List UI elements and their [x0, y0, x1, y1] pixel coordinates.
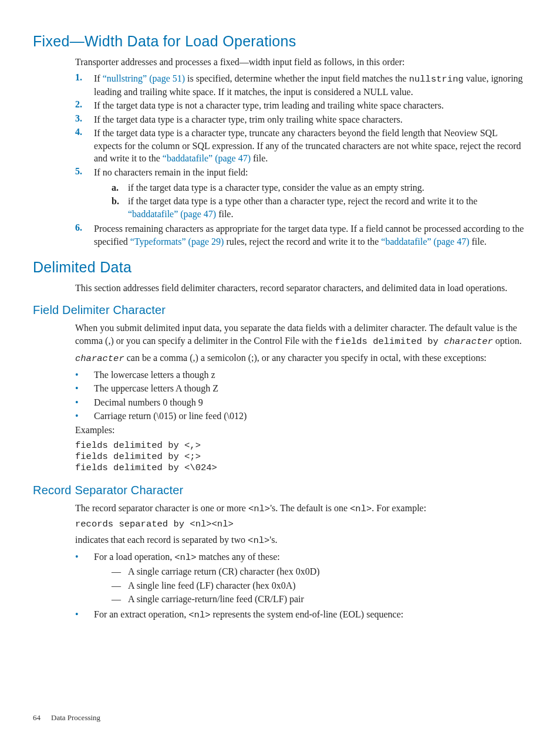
heading-delimited-data: Delimited Data [33, 259, 527, 276]
code-block: records separated by <nl><nl> [75, 519, 527, 530]
heading-field-delimiter: Field Delimiter Character [33, 303, 527, 317]
text-run: file. [216, 209, 233, 219]
intro-paragraph: Transporter addresses and processes a fi… [75, 56, 527, 69]
text-run: is specified, determine whether the inpu… [185, 73, 409, 83]
list-item: 6. Process remaining characters as appro… [75, 222, 527, 248]
text-run: The record separator character is one or… [75, 503, 248, 513]
list-item: •Decimal numbers 0 though 9 [75, 396, 527, 409]
list-item: 2. If the target data type is not a char… [75, 99, 527, 112]
dash-list: —A single carriage return (CR) character… [112, 565, 527, 606]
list-item: •The uppercase letters A though Z [75, 382, 527, 395]
list-number: 2. [75, 99, 94, 112]
bullet-icon: • [75, 410, 94, 423]
list-item: 4. If the target data type is a characte… [75, 127, 527, 165]
bullet-icon: • [75, 608, 94, 622]
list-number: 1. [75, 72, 94, 99]
text-run: file. [251, 153, 268, 163]
text-run: For an extract operation, [94, 609, 188, 619]
text-run: 's. [269, 535, 277, 545]
bullet-list: • For a load operation, <nl> matches any… [75, 551, 527, 622]
xref-typeformats[interactable]: “Typeformats” (page 29) [130, 237, 224, 247]
list-letter: a. [112, 181, 128, 194]
list-text: Carriage return (\015) or line feed (\01… [94, 410, 527, 423]
section-delimited-body: This section addresses field delimiter c… [75, 282, 527, 295]
list-text: A single carriage-return/line feed (CR/L… [128, 593, 527, 606]
list-item: 1. If “nullstring” (page 51) is specifie… [75, 72, 527, 99]
list-text: if the target data type is a character t… [128, 181, 527, 194]
code-inline: fields delimited by [335, 336, 444, 347]
list-number: 6. [75, 222, 94, 248]
code-inline-italic: character [444, 336, 493, 347]
text-run: For a load operation, [94, 552, 174, 562]
ordered-list: 1. If “nullstring” (page 51) is specifie… [75, 72, 527, 248]
list-text: Decimal numbers 0 though 9 [94, 396, 527, 409]
list-number: 5. [75, 166, 94, 221]
text-run: rules, reject the record and write it to… [224, 237, 381, 247]
list-text: For an extract operation, <nl> represent… [94, 608, 527, 622]
text-run: if the target data type is a type other … [128, 196, 477, 206]
section-field-delimiter-body: When you submit delimited input data, yo… [75, 322, 527, 474]
list-text: If the target data type is a character t… [94, 113, 527, 126]
list-item: • For an extract operation, <nl> represe… [75, 608, 527, 622]
list-text: If the target data type is not a charact… [94, 99, 527, 112]
page-footer: 64Data Processing [33, 713, 100, 723]
xref-nullstring[interactable]: “nullstring” (page 51) [103, 73, 185, 83]
code-inline: <nl> [188, 610, 210, 620]
xref-baddatafile[interactable]: “baddatafile” (page 47) [128, 209, 216, 219]
bullet-icon: • [75, 396, 94, 409]
text-run: represents the system end-of-line (EOL) … [211, 609, 404, 619]
list-text: A single line feed (LF) character (hex 0… [128, 579, 527, 592]
section-fixed-width-body: Transporter addresses and processes a fi… [75, 56, 527, 248]
heading-fixed-width: Fixed—Width Data for Load Operations [33, 33, 527, 50]
text-run: file. [469, 237, 486, 247]
ordered-list-alpha: a. if the target data type is a characte… [112, 181, 527, 221]
list-text: If the target data type is a character t… [94, 127, 527, 165]
paragraph: This section addresses field delimiter c… [75, 282, 527, 295]
xref-baddatafile[interactable]: “baddatafile” (page 47) [381, 237, 469, 247]
list-item: —A single carriage-return/line feed (CR/… [112, 593, 527, 606]
list-text: If no characters remain in the input fie… [94, 166, 527, 221]
code-inline: nullstring [409, 74, 464, 85]
list-text: The uppercase letters A though Z [94, 382, 527, 395]
list-number: 3. [75, 113, 94, 126]
bullet-icon: • [75, 551, 94, 607]
list-text: If “nullstring” (page 51) is specified, … [94, 72, 527, 99]
paragraph: indicates that each record is separated … [75, 534, 527, 547]
code-inline-italic: character [75, 353, 124, 364]
section-record-separator-body: The record separator character is one or… [75, 502, 527, 622]
paragraph: When you submit delimited input data, yo… [75, 322, 527, 348]
list-item: b. if the target data type is a type oth… [112, 195, 527, 220]
page: Fixed—Width Data for Load Operations Tra… [0, 0, 560, 746]
bullet-icon: • [75, 369, 94, 382]
list-item: —A single line feed (LF) character (hex … [112, 579, 527, 592]
list-item: •Carriage return (\015) or line feed (\0… [75, 410, 527, 423]
list-number: 4. [75, 127, 94, 165]
text-run: If the target data type is a character t… [94, 128, 521, 163]
bullet-icon: • [75, 382, 94, 395]
xref-baddatafile[interactable]: “baddatafile” (page 47) [163, 153, 251, 163]
dash-icon: — [112, 565, 128, 578]
bullet-list: •The lowercase letters a though z •The u… [75, 369, 527, 423]
code-inline: <nl> [248, 504, 270, 514]
list-text: A single carriage return (CR) character … [128, 565, 527, 578]
dash-icon: — [112, 593, 128, 606]
text-run: matches any of these: [197, 552, 280, 562]
code-block: fields delimited by <,> fields delimited… [75, 440, 527, 474]
chapter-title: Data Processing [51, 713, 100, 722]
paragraph: The record separator character is one or… [75, 502, 527, 515]
text-run: indicates that each record is separated … [75, 535, 248, 545]
paragraph: character can be a comma (,) a semicolon… [75, 352, 527, 365]
code-inline: <nl> [174, 552, 196, 563]
text-run: If [94, 73, 103, 83]
list-item: a. if the target data type is a characte… [112, 181, 527, 194]
list-text: For a load operation, <nl> matches any o… [94, 551, 527, 607]
text-run: option. [493, 336, 522, 346]
code-inline: <nl> [248, 535, 269, 546]
text-run: can be a comma (,) a semicolon (;), or a… [124, 353, 487, 363]
code-inline: <nl> [350, 504, 372, 514]
dash-icon: — [112, 579, 128, 592]
list-item: —A single carriage return (CR) character… [112, 565, 527, 578]
list-item: 5. If no characters remain in the input … [75, 166, 527, 221]
list-letter: b. [112, 195, 128, 220]
heading-record-separator: Record Separator Character [33, 484, 527, 497]
